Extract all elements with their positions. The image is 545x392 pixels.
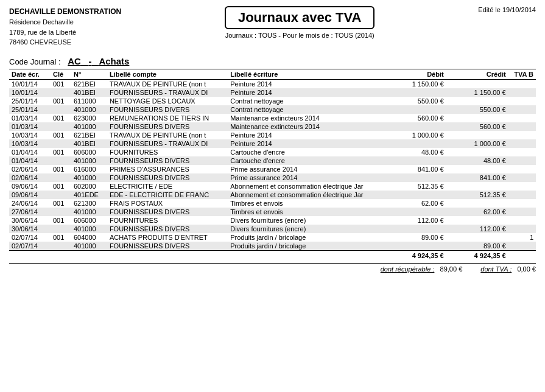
table-row: 25/01/14001611000NETTOYAGE DES LOCAUXCon… <box>9 97 536 105</box>
journal-code-section: Code Journal : AC - Achats <box>9 56 536 66</box>
footer-tva-label: dont TVA : <box>480 265 512 273</box>
table-row: 09/06/14001602000ELECTRICITE / EDEAbonne… <box>9 182 536 191</box>
footer-row: dont récupérable : 89,00 € dont TVA : 0,… <box>9 263 536 273</box>
subtitle: Journaux : TOUS - Pour le mois de : TOUS… <box>133 32 466 39</box>
col-header-libelle-ecriture: Libellé écriture <box>228 69 384 79</box>
title-block: Journaux avec TVA Journaux : TOUS - Pour… <box>121 6 478 39</box>
col-header-debit: Débit <box>384 69 446 79</box>
totals-row: 4 924,35 € 4 924,35 € <box>9 250 536 261</box>
footer-recuperable: dont récupérable : 89,00 € <box>381 265 463 273</box>
total-debit: 4 924,35 € <box>384 250 446 261</box>
table-row: 09/06/14401EDEEDE - ELECTRICITE DE FRANC… <box>9 191 536 199</box>
company-address3: 78460 CHEVREUSE <box>9 37 121 47</box>
table-row: 10/03/14001621BEITRAVAUX DE PEINTURE (no… <box>9 131 536 139</box>
journal-code-label: Code Journal : <box>9 57 61 66</box>
table-row: 01/04/14001606000FOURNITURESCartouche d'… <box>9 148 536 156</box>
table-row: 24/06/14001621300FRAIS POSTAUXTimbres et… <box>9 199 536 208</box>
table-row: 27/06/14401000FOURNISSEURS DIVERSTimbres… <box>9 208 536 216</box>
company-name: DECHAVILLE DEMONSTRATION <box>9 6 121 17</box>
col-header-credit: Crédit <box>446 69 508 79</box>
footer-recuperable-label: dont récupérable : <box>381 265 435 273</box>
footer-tva: dont TVA : 0,00 € <box>480 265 536 273</box>
company-info: DECHAVILLE DEMONSTRATION Résidence Decha… <box>9 6 121 47</box>
col-header-tva: TVA B <box>508 69 536 79</box>
col-header-no: N° <box>71 69 107 79</box>
company-address2: 1789, rue de la Liberté <box>9 27 121 38</box>
table-row: 30/06/14001606000FOURNITURESDivers fourn… <box>9 216 536 225</box>
col-header-libelle-compte: Libellé compte <box>107 69 228 79</box>
col-header-date: Date écr. <box>9 69 51 79</box>
company-address1: Résidence Dechaville <box>9 17 121 27</box>
table-row: 01/03/14001623000REMUNERATIONS DE TIERS … <box>9 114 536 122</box>
table-row: 01/04/14401000FOURNISSEURS DIVERSCartouc… <box>9 156 536 165</box>
footer-tva-value: 0,00 € <box>517 265 536 273</box>
header: DECHAVILLE DEMONSTRATION Résidence Decha… <box>9 6 536 47</box>
table-row: 25/01/14401000FOURNISSEURS DIVERSContrat… <box>9 105 536 114</box>
table-row: 10/03/14401BEIFOURNISSEURS - TRAVAUX DIP… <box>9 139 536 148</box>
edit-date: Edité le 19/10/2014 <box>478 6 536 13</box>
table-row: 02/07/14401000FOURNISSEURS DIVERSProduit… <box>9 242 536 251</box>
journal-code-value: AC - Achats <box>68 56 129 66</box>
footer-recuperable-value: 89,00 € <box>440 265 463 273</box>
main-title: Journaux avec TVA <box>225 6 375 29</box>
table-row: 02/06/14401000FOURNISSEURS DIVERSPrime a… <box>9 173 536 182</box>
table-row: 10/01/14001621BEITRAVAUX DE PEINTURE (no… <box>9 79 536 88</box>
table-row: 10/01/14401BEIFOURNISSEURS - TRAVAUX DIP… <box>9 88 536 97</box>
table-row: 30/06/14401000FOURNISSEURS DIVERSDivers … <box>9 225 536 233</box>
total-credit: 4 924,35 € <box>446 250 508 261</box>
table-row: 02/07/14001604000ACHATS PRODUITS D'ENTRE… <box>9 233 536 242</box>
table-row: 02/06/14001616000PRIMES D'ASSURANCESPrim… <box>9 165 536 173</box>
table-row: 01/03/14401000FOURNISSEURS DIVERSMainten… <box>9 122 536 131</box>
col-header-cle: Clé <box>51 69 71 79</box>
journal-table: Date écr. Clé N° Libellé compte Libellé … <box>9 69 536 261</box>
